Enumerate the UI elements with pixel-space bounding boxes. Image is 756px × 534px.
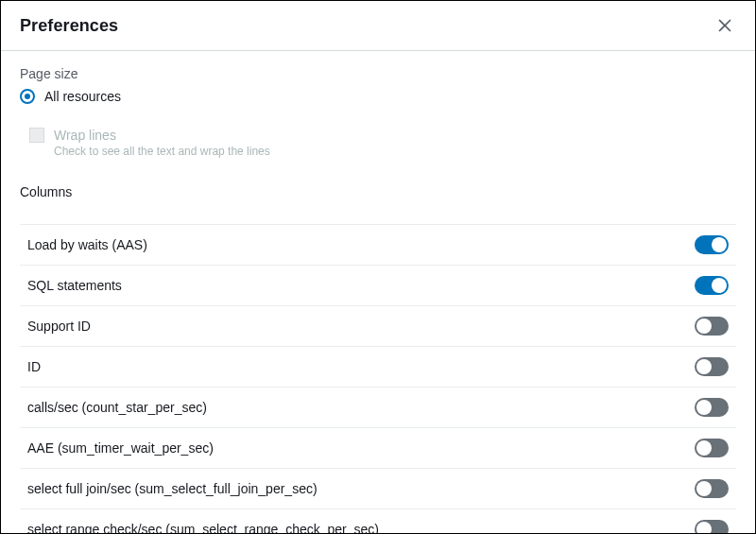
columns-label: Columns: [20, 184, 736, 199]
column-row: Load by waits (AAS): [20, 225, 736, 266]
wrap-lines-label: Wrap lines: [54, 127, 270, 144]
toggle-knob-icon: [712, 237, 727, 252]
wrap-lines-description: Check to see all the text and wrap the l…: [54, 144, 270, 160]
column-toggle[interactable]: [695, 479, 729, 498]
checkbox-icon: [29, 128, 44, 143]
column-row: ID: [20, 347, 736, 388]
toggle-knob-icon: [696, 481, 712, 496]
radio-label: All resources: [44, 89, 121, 104]
column-label: Support ID: [27, 319, 91, 334]
close-button[interactable]: [713, 14, 736, 37]
modal-header: Preferences: [1, 1, 755, 51]
column-toggle[interactable]: [695, 317, 729, 336]
column-toggle[interactable]: [695, 398, 729, 417]
column-label: AAE (sum_timer_wait_per_sec): [27, 440, 214, 456]
column-label: Load by waits (AAS): [27, 237, 147, 252]
column-row: AAE (sum_timer_wait_per_sec): [20, 428, 736, 469]
column-row: Support ID: [20, 306, 736, 347]
toggle-knob-icon: [696, 522, 712, 533]
modal-title: Preferences: [20, 16, 118, 36]
column-row: calls/sec (count_star_per_sec): [20, 388, 736, 428]
column-toggle[interactable]: [695, 357, 729, 376]
modal-body: Page size All resources Wrap lines Check…: [1, 51, 755, 533]
column-row: SQL statements: [20, 266, 736, 306]
column-toggle[interactable]: [695, 520, 729, 533]
preferences-modal: Preferences Page size All resources Wrap…: [0, 0, 756, 534]
toggle-knob-icon: [696, 359, 712, 374]
column-label: select full join/sec (sum_select_full_jo…: [27, 481, 318, 496]
wrap-lines-checkbox: Wrap lines Check to see all the text and…: [29, 127, 736, 160]
column-label: select range check/sec (sum_select_range…: [27, 522, 379, 533]
radio-icon: [20, 89, 35, 104]
column-row: select range check/sec (sum_select_range…: [20, 509, 736, 533]
column-label: SQL statements: [27, 278, 122, 293]
column-label: ID: [27, 359, 41, 374]
columns-list: Load by waits (AAS)SQL statementsSupport…: [20, 224, 736, 533]
wrap-lines-texts: Wrap lines Check to see all the text and…: [54, 127, 270, 160]
page-size-label: Page size: [20, 66, 736, 81]
close-icon: [717, 18, 732, 33]
column-label: calls/sec (count_star_per_sec): [27, 400, 207, 415]
column-row: select full join/sec (sum_select_full_jo…: [20, 469, 736, 509]
toggle-knob-icon: [696, 440, 712, 456]
page-size-radio-all[interactable]: All resources: [20, 89, 736, 104]
toggle-knob-icon: [696, 319, 712, 334]
column-toggle[interactable]: [695, 235, 729, 254]
toggle-knob-icon: [712, 278, 727, 293]
toggle-knob-icon: [696, 400, 712, 415]
column-toggle[interactable]: [695, 439, 729, 457]
column-toggle[interactable]: [695, 276, 729, 295]
